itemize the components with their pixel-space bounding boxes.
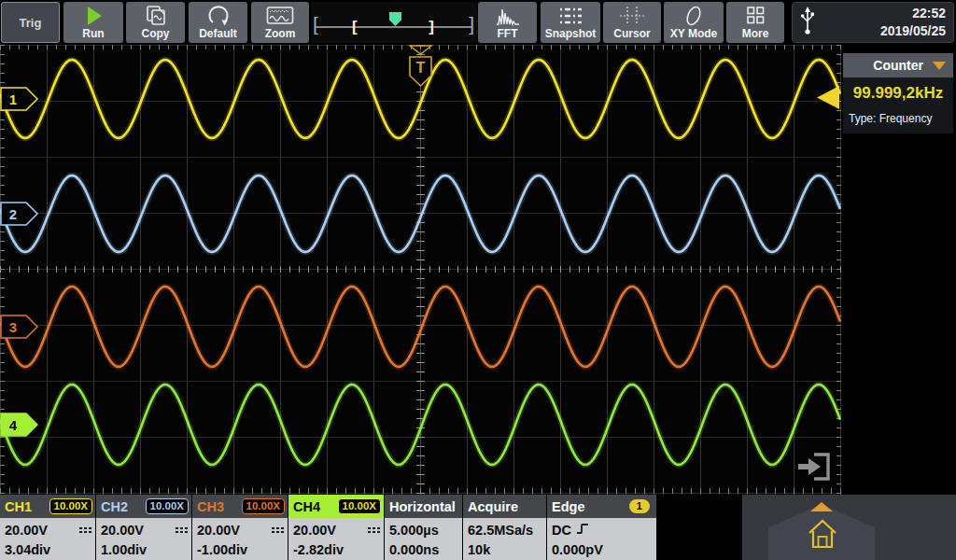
channel-4-header: CH4 10.00X xyxy=(288,495,384,518)
home-icon[interactable] xyxy=(806,517,839,551)
edge-header: Edge 1 xyxy=(547,495,656,518)
channel-3-scale: 20.00V xyxy=(197,523,240,538)
right-sidebar: Counter 99.999,2kHz Type: Frequency xyxy=(841,45,956,495)
fft-spectrum-icon xyxy=(495,5,521,28)
dc-coupling-icon xyxy=(368,523,380,538)
more-grid-icon xyxy=(744,5,766,28)
cursor-crosshair-icon xyxy=(619,5,645,28)
fft-label: FFT xyxy=(498,28,518,40)
counter-value: 99.999,2kHz xyxy=(847,84,949,103)
channel-1-name: CH1 xyxy=(5,499,32,514)
snapshot-list-icon xyxy=(557,5,583,28)
copy-icon xyxy=(144,5,168,28)
fft-button[interactable]: FFT xyxy=(478,2,537,43)
usb-icon xyxy=(800,5,815,40)
channel-3-name: CH3 xyxy=(197,499,224,514)
channel-3-header: CH3 10.00X xyxy=(192,495,288,518)
channel-2-scale: 20.00V xyxy=(101,523,144,538)
channel-4-position-tag[interactable]: 4 xyxy=(0,413,39,437)
acquire-sample-rate: 62.5MSa/s xyxy=(468,523,533,538)
hpos-trigger-marker[interactable] xyxy=(389,12,401,26)
xy-mode-button[interactable]: XY Mode xyxy=(664,2,724,43)
acquire-record-length: 10k xyxy=(468,542,490,557)
dc-coupling-icon xyxy=(79,523,91,538)
hpos-track xyxy=(316,26,472,28)
zoom-label: Zoom xyxy=(265,28,296,40)
channel-4-cell[interactable]: CH4 10.00X 20.00V -2.82div xyxy=(288,495,384,560)
channel-3-values: 20.00V -1.00div xyxy=(192,518,288,560)
hpos-window-right-bracket: ] xyxy=(429,17,434,37)
channel-4-values: 20.00V -2.82div xyxy=(288,518,384,560)
zoom-wave-icon xyxy=(266,5,294,28)
horizontal-timebase: 5.000µs xyxy=(389,523,439,538)
waveform-display[interactable]: 1 2 3 4 T xyxy=(0,45,841,495)
horizontal-cell[interactable]: Horizontal 5.000µs 0.000ns xyxy=(385,495,462,560)
counter-header[interactable]: Counter xyxy=(843,53,953,77)
channel-1-scale: 20.00V xyxy=(5,523,48,538)
horizontal-position-indicator[interactable]: [ [ ] ] xyxy=(311,2,477,43)
trig-button[interactable]: Trig xyxy=(1,2,60,43)
edge-values: DC 0.000pV xyxy=(547,518,656,560)
clock-block: 22:52 2019/05/25 xyxy=(792,2,954,43)
rising-edge-icon xyxy=(576,522,590,539)
channel-2-values: 20.00V 1.00div xyxy=(96,518,191,560)
channel-1-cell[interactable]: CH1 10.00X 20.00V 3.04div xyxy=(0,495,95,560)
acquire-values: 62.5MSa/s 10k xyxy=(463,518,546,560)
oscilloscope-screen: Trig Run Copy xyxy=(0,0,956,560)
channel-3-cell[interactable]: CH3 10.00X 20.00V -1.00div xyxy=(192,495,288,560)
channel-1-header: CH1 10.00X xyxy=(0,495,95,518)
copy-label: Copy xyxy=(142,28,170,40)
channel-2-cell[interactable]: CH2 10.00X 20.00V 1.00div xyxy=(96,495,191,560)
svg-text:2: 2 xyxy=(9,206,17,222)
channel-1-values: 20.00V 3.04div xyxy=(0,518,95,560)
hpos-outer-left-bracket: [ xyxy=(313,14,318,35)
trigger-position-marker[interactable]: T xyxy=(402,45,438,88)
counter-body: 99.999,2kHz Type: Frequency xyxy=(843,77,953,133)
clock-time: 22:52 xyxy=(815,5,946,22)
default-reset-icon xyxy=(206,5,231,28)
channel-3-probe-badge: 10.00X xyxy=(242,498,285,514)
channel-2-position-tag[interactable]: 2 xyxy=(0,202,39,226)
counter-type: Type: Frequency xyxy=(847,112,949,125)
run-button[interactable]: Run xyxy=(63,2,123,43)
channel-1-probe-badge: 10.00X xyxy=(49,498,92,514)
waveform-traces xyxy=(0,45,841,495)
cursor-label: Cursor xyxy=(613,28,650,40)
svg-text:3: 3 xyxy=(9,319,17,335)
copy-button[interactable]: Copy xyxy=(126,2,185,43)
dc-coupling-icon xyxy=(272,523,284,538)
channel-1-position-tag[interactable]: 1 xyxy=(0,87,39,111)
snapshot-button[interactable]: Snapshot xyxy=(541,2,600,43)
channel-4-offset: -2.82div xyxy=(293,542,344,557)
zoom-button[interactable]: Zoom xyxy=(251,2,309,43)
acquire-cell[interactable]: Acquire 62.5MSa/s 10k xyxy=(463,495,546,560)
counter-panel: Counter 99.999,2kHz Type: Frequency xyxy=(843,53,953,133)
horizontal-offset: 0.000ns xyxy=(389,542,439,557)
clock: 22:52 2019/05/25 xyxy=(815,5,946,40)
edge-source-badge: 1 xyxy=(629,499,650,513)
channel-2-probe-badge: 10.00X xyxy=(146,498,189,514)
acquire-title: Acquire xyxy=(468,499,518,514)
xy-ellipse-icon xyxy=(682,5,706,28)
edge-title: Edge xyxy=(552,499,584,514)
svg-text:4: 4 xyxy=(9,417,18,433)
channel-4-probe-badge: 10.00X xyxy=(338,498,381,514)
edge-coupling: DC xyxy=(552,523,571,538)
trig-label: Trig xyxy=(20,17,42,29)
channel-1-offset: 3.04div xyxy=(5,542,50,557)
channel-3-position-tag[interactable]: 3 xyxy=(0,315,39,339)
counter-title: Counter xyxy=(873,58,923,73)
edge-trigger-cell[interactable]: Edge 1 DC 0.000pV xyxy=(547,495,656,560)
dc-coupling-icon xyxy=(176,523,188,538)
corner-menu-panel xyxy=(742,495,956,560)
xy-mode-label: XY Mode xyxy=(670,28,717,40)
hpos-window-left-bracket: [ xyxy=(352,17,358,37)
collapse-up-icon[interactable] xyxy=(810,502,833,511)
expand-panel-icon[interactable] xyxy=(794,451,836,483)
snapshot-label: Snapshot xyxy=(545,28,597,40)
more-button[interactable]: More xyxy=(726,2,784,43)
default-button[interactable]: Default xyxy=(189,2,247,43)
horizontal-title: Horizontal xyxy=(389,499,456,514)
cursor-button[interactable]: Cursor xyxy=(603,2,661,43)
trigger-level-arrow[interactable] xyxy=(815,85,840,110)
